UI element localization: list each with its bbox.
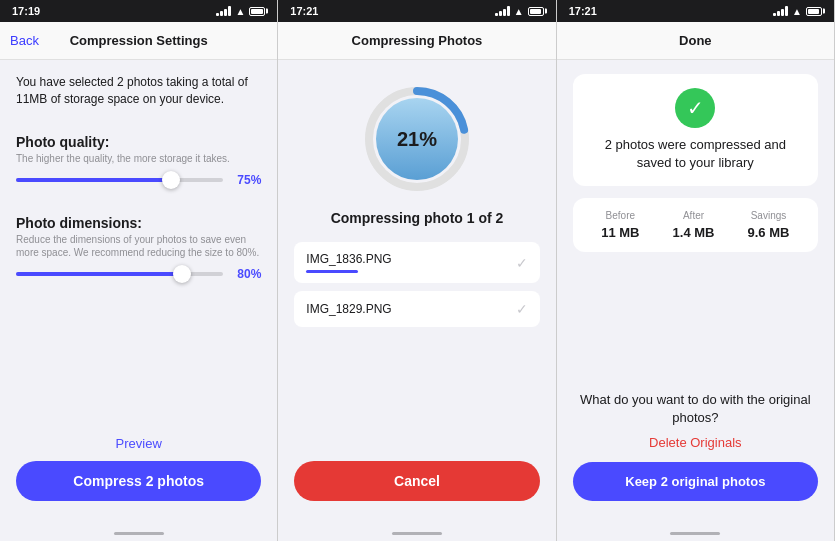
screen-compressing: 17:21 ▲ Compressing Photos 21% Compressi…: [278, 0, 556, 541]
nav-bar-1: Back Compression Settings: [0, 22, 277, 60]
signal-icon-2: [495, 6, 510, 16]
status-bar-1: 17:19 ▲: [0, 0, 277, 22]
quality-slider-thumb[interactable]: [162, 171, 180, 189]
home-indicator-2: [278, 525, 555, 541]
nav-title-3: Done: [679, 33, 712, 48]
stat-before: Before 11 MB: [601, 210, 639, 240]
file-2-name: IMG_1829.PNG: [306, 302, 391, 316]
stats-row: Before 11 MB After 1.4 MB Savings 9.6 MB: [573, 198, 818, 252]
dimensions-slider-fill: [16, 272, 182, 276]
battery-icon-3: [806, 7, 822, 16]
dimensions-slider-row: 80%: [16, 267, 261, 281]
screen3-content: ✓ 2 photos were compressed and saved to …: [557, 60, 834, 525]
file-2-check-icon: ✓: [516, 301, 528, 317]
dimensions-slider-track[interactable]: [16, 272, 223, 276]
status-icons-3: ▲: [773, 6, 822, 17]
dimensions-sub: Reduce the dimensions of your photos to …: [16, 233, 261, 259]
battery-icon-1: [249, 7, 265, 16]
dimensions-section: Photo dimensions: Reduce the dimensions …: [16, 205, 261, 285]
originals-question: What do you want to do with the original…: [573, 391, 818, 427]
file-row-1: IMG_1836.PNG ✓: [294, 242, 539, 283]
status-bar-3: 17:21 ▲: [557, 0, 834, 22]
file-1-info: IMG_1836.PNG: [306, 252, 391, 273]
quality-label: Photo quality:: [16, 134, 261, 150]
status-icons-2: ▲: [495, 6, 544, 17]
wifi-icon-2: ▲: [514, 6, 524, 17]
success-checkmark-icon: ✓: [675, 88, 715, 128]
stat-before-label: Before: [601, 210, 639, 221]
compressing-label: Compressing photo 1 of 2: [331, 210, 504, 226]
stat-after: After 1.4 MB: [673, 210, 715, 240]
stat-after-label: After: [673, 210, 715, 221]
status-time-1: 17:19: [12, 5, 40, 17]
signal-icon-1: [216, 6, 231, 16]
home-indicator-3: [557, 525, 834, 541]
dimensions-label: Photo dimensions:: [16, 215, 261, 231]
home-bar-1: [114, 532, 164, 535]
progress-circle: 21%: [362, 84, 472, 194]
stat-after-value: 1.4 MB: [673, 225, 715, 240]
home-bar-3: [670, 532, 720, 535]
status-bar-2: 17:21 ▲: [278, 0, 555, 22]
battery-icon-2: [528, 7, 544, 16]
wifi-icon-3: ▲: [792, 6, 802, 17]
wifi-icon-1: ▲: [235, 6, 245, 17]
stat-savings-label: Savings: [748, 210, 790, 221]
nav-bar-3: Done: [557, 22, 834, 60]
stat-savings: Savings 9.6 MB: [748, 210, 790, 240]
keep-originals-button[interactable]: Keep 2 original photos: [573, 462, 818, 501]
quality-section: Photo quality: The higher the quality, t…: [16, 124, 261, 191]
delete-originals-link[interactable]: Delete Originals: [573, 435, 818, 450]
cancel-button[interactable]: Cancel: [294, 461, 539, 501]
quality-slider-row: 75%: [16, 173, 261, 187]
file-1-name: IMG_1836.PNG: [306, 252, 391, 266]
status-time-2: 17:21: [290, 5, 318, 17]
screen1-content: You have selected 2 photos taking a tota…: [0, 60, 277, 525]
home-bar-2: [392, 532, 442, 535]
file-1-progress: [306, 270, 357, 273]
quality-sub: The higher the quality, the more storage…: [16, 152, 261, 165]
screen2-content: 21% Compressing photo 1 of 2 IMG_1836.PN…: [278, 60, 555, 525]
home-indicator-1: [0, 525, 277, 541]
nav-bar-2: Compressing Photos: [278, 22, 555, 60]
info-text: You have selected 2 photos taking a tota…: [16, 74, 261, 108]
compress-button[interactable]: Compress 2 photos: [16, 461, 261, 501]
preview-link[interactable]: Preview: [16, 428, 261, 451]
nav-title-1: Compression Settings: [70, 33, 208, 48]
screen-compression-settings: 17:19 ▲ Back Compression Settings You ha…: [0, 0, 278, 541]
file-2-info: IMG_1829.PNG: [306, 302, 391, 316]
stat-before-value: 11 MB: [601, 225, 639, 240]
quality-slider-fill: [16, 178, 171, 182]
quality-slider-track[interactable]: [16, 178, 223, 182]
nav-title-2: Compressing Photos: [352, 33, 483, 48]
signal-icon-3: [773, 6, 788, 16]
quality-value: 75%: [231, 173, 261, 187]
dimensions-slider-thumb[interactable]: [173, 265, 191, 283]
success-card: ✓ 2 photos were compressed and saved to …: [573, 74, 818, 186]
success-text: 2 photos were compressed and saved to yo…: [587, 136, 804, 172]
progress-percent: 21%: [397, 128, 437, 151]
file-1-check-icon: ✓: [516, 255, 528, 271]
dimensions-value: 80%: [231, 267, 261, 281]
back-button[interactable]: Back: [10, 33, 39, 48]
file-row-2: IMG_1829.PNG ✓: [294, 291, 539, 327]
screen-done: 17:21 ▲ Done ✓ 2 photos were compressed …: [557, 0, 835, 541]
status-time-3: 17:21: [569, 5, 597, 17]
stat-savings-value: 9.6 MB: [748, 225, 790, 240]
status-icons-1: ▲: [216, 6, 265, 17]
